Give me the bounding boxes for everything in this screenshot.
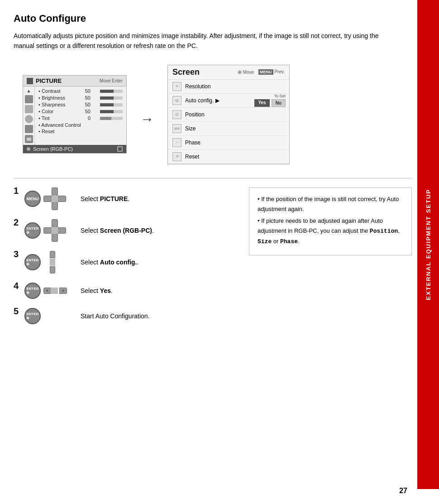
screen-item-icon: ◻: [172, 96, 181, 105]
picture-menu-body: ▲ • Contrast 50: [23, 86, 126, 145]
arrow-right-icon: →: [140, 111, 154, 127]
nav-right[interactable]: [58, 227, 66, 234]
picture-menu: PICTURE Move Enter ▲: [23, 75, 127, 154]
screen-item-label: Resolution: [185, 83, 285, 90]
nav-center-ud: [50, 259, 55, 266]
screen-item-icon: +: [172, 82, 181, 91]
step-3-keyword: Auto config.: [100, 259, 137, 266]
steps-and-info: 1 MENU Select PICTURE.: [14, 187, 412, 333]
step-3-number: 3: [14, 249, 19, 259]
nav-right[interactable]: >: [59, 288, 67, 294]
info-bullet-2: • If picture needs to be adjusted again …: [258, 216, 403, 247]
to-set-box: To Set Yes No: [254, 94, 286, 107]
up-arrow-icon: ▲: [27, 88, 31, 93]
yes-no-row: Yes No: [254, 99, 286, 107]
step-1-row: 1 MENU Select PICTURE.: [14, 187, 231, 210]
pic-icon-4: [25, 125, 33, 133]
step-3-enter-btn: ENTER⊕: [24, 254, 41, 270]
screen-nav-prev: MENU Prev.: [258, 69, 285, 75]
pic-item-name: • Brightness: [38, 95, 75, 101]
pic-item-color: • Color 50: [38, 109, 123, 114]
screen-item-phase: ~ Phase: [168, 136, 289, 150]
pic-icon-3: [25, 115, 33, 123]
info-box: • If the position of the image is still …: [249, 187, 412, 255]
pic-item-name: • Sharpness: [38, 102, 75, 107]
step-2-number: 2: [14, 217, 19, 228]
enter-button[interactable]: ENTER⊕: [24, 283, 41, 299]
screen-item-icon: ↺: [172, 152, 181, 161]
nav-up[interactable]: [52, 219, 58, 227]
main-content: Auto Configure Automatically adjusts pic…: [14, 0, 412, 333]
pic-icon-5: [25, 135, 33, 143]
step-1-text: Select PICTURE.: [81, 195, 129, 202]
picture-menu-footer: Screen (RGB-PC): [23, 145, 126, 153]
screen-item-label: Phase: [185, 139, 285, 146]
step-4-enter-btn: ENTER⊕: [24, 283, 41, 299]
step-3-row: 3 ENTER⊕ Select Auto config..: [14, 251, 231, 274]
yes-button[interactable]: Yes: [254, 99, 269, 107]
info-keyword-phase: Phase: [280, 238, 298, 245]
step-4-row: 4 ENTER⊕ < > Select Yes.: [14, 283, 231, 299]
steps-left: 1 MENU Select PICTURE.: [14, 187, 231, 333]
screen-item-label: Position: [185, 111, 285, 118]
nav-up[interactable]: [52, 187, 58, 196]
picture-header-icon: [27, 78, 33, 84]
enter-button[interactable]: ENTER⊕: [24, 308, 41, 324]
step-4-text: Select Yes.: [81, 287, 113, 294]
step-4-keyword: Yes: [100, 287, 111, 294]
screen-menu-items: + Resolution ◻ Auto config. ▶ To Set Yes…: [168, 80, 289, 164]
pic-item-contrast: • Contrast 50: [38, 88, 123, 94]
nav-center: [51, 227, 58, 234]
nav-right[interactable]: [58, 196, 66, 202]
menu-button[interactable]: MENU: [24, 191, 41, 207]
pic-item-brightness: • Brightness 50: [38, 95, 123, 101]
pic-icon-2: [25, 105, 33, 113]
step-2-keyword: Screen (RGB-PC): [100, 227, 152, 234]
step-1-nav-cross: [43, 187, 66, 210]
picture-icons-col: ▲: [23, 86, 35, 145]
step-5-enter-btn: ENTER⊕: [24, 308, 41, 324]
nav-center-lr: [51, 288, 58, 294]
step-5-number: 5: [14, 306, 19, 317]
picture-menu-header-left: PICTURE: [27, 77, 62, 84]
nav-down[interactable]: [52, 234, 58, 242]
screen-item-icon: ~: [172, 138, 181, 147]
step-2-text: Select Screen (RGB-PC).: [81, 227, 154, 234]
step-5-text: Start Auto Configuration.: [81, 312, 150, 320]
screen-item-label: Reset: [185, 154, 285, 160]
nav-left[interactable]: [43, 196, 52, 202]
info-keyword-position: Position: [370, 228, 398, 235]
screen-menu-title: Screen: [172, 67, 200, 77]
step-2-enter-btn: ENTER⊕: [24, 222, 41, 239]
step-2-row: 2 ENTER⊕ Select Screen (RGB-PC).: [14, 219, 231, 242]
step-1-keyword: PICTURE: [100, 195, 128, 202]
screen-item-label: Size: [185, 125, 285, 132]
nav-down[interactable]: [50, 266, 55, 274]
screen-item-icon: □: [172, 110, 181, 119]
picture-menu-title: PICTURE: [36, 77, 62, 84]
nav-left[interactable]: <: [43, 288, 51, 294]
screenshots-row: PICTURE Move Enter ▲: [23, 65, 412, 164]
page-number: 27: [399, 487, 407, 495]
pic-item-val: 50: [82, 95, 91, 101]
pic-item-name: • Tint: [38, 115, 75, 121]
sidebar-label: EXTERNAL EQUIPMENT SETUP: [425, 189, 432, 300]
enter-button[interactable]: ENTER⊕: [24, 222, 41, 239]
nav-left[interactable]: [43, 227, 52, 234]
nav-up[interactable]: [50, 251, 55, 258]
pic-item-reset: • Reset: [38, 129, 123, 134]
picture-menu-nav: Move Enter: [100, 78, 123, 83]
picture-items-col: • Contrast 50 • Brightness 50 • Sharpnes…: [35, 86, 126, 145]
section-divider: [14, 178, 412, 178]
screen-menu-header: Screen ⊕ Move MENU Prev.: [168, 65, 289, 80]
pic-bar: [100, 110, 123, 113]
screen-item-icon: size: [172, 124, 181, 133]
enter-button[interactable]: ENTER⊕: [24, 254, 41, 270]
screen-item-size: size Size: [168, 122, 289, 136]
screen-menu: Screen ⊕ Move MENU Prev. + Resolution: [167, 65, 290, 164]
no-button[interactable]: No: [272, 99, 286, 107]
step-2-nav-cross: [43, 219, 66, 242]
step-4-nav-lr: < >: [43, 283, 67, 299]
pic-tint-bar: [100, 117, 123, 120]
nav-down[interactable]: [52, 202, 58, 210]
